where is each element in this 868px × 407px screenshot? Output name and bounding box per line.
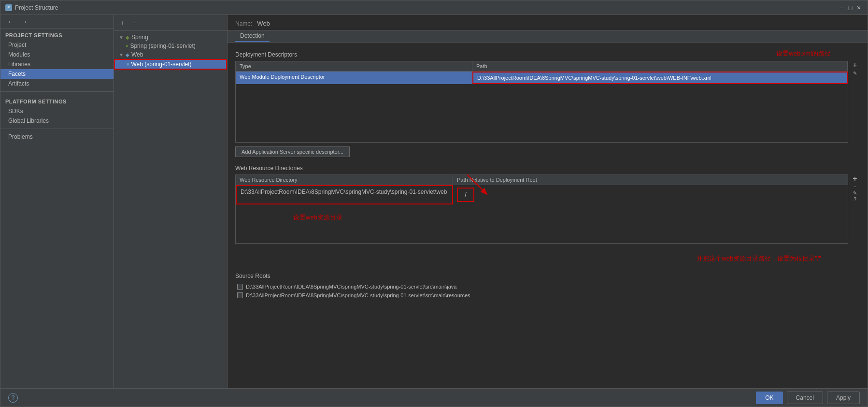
web-resource-edit-button[interactable]: ✎ bbox=[850, 190, 860, 196]
section-source-roots: Source Roots D:\33AllProjectRoom\IDEA\8S… bbox=[235, 273, 860, 300]
help-button[interactable]: ? bbox=[8, 393, 18, 403]
annotation-set-root: 并把这个web资源目录路径，设置为根目录"/" bbox=[697, 254, 821, 263]
back-button[interactable]: ← bbox=[5, 17, 16, 27]
deployment-edit-button[interactable]: ✎ bbox=[850, 71, 860, 76]
sidebar-item-modules[interactable]: Modules bbox=[0, 50, 114, 59]
right-panel: Name: Web Detection 设置web.xml的路径 Deploym… bbox=[228, 15, 868, 388]
slash-value: / bbox=[465, 191, 467, 199]
source-root-java: D:\33AllProjectRoom\IDEA\8SpringMVC\spri… bbox=[235, 282, 860, 291]
sidebar-item-global-libraries[interactable]: Global Libraries bbox=[0, 116, 114, 126]
maximize-button[interactable]: □ bbox=[846, 4, 854, 12]
web-resource-side-buttons: + − ✎ ? bbox=[850, 174, 860, 202]
facets-label: Facets bbox=[8, 71, 26, 77]
modules-label: Modules bbox=[8, 51, 30, 58]
web-resource-label: Web Resource Directories bbox=[235, 165, 860, 172]
source-root-resources: D:\33AllProjectRoom\IDEA\8SpringMVC\spri… bbox=[235, 291, 860, 300]
web-resource-empty-area bbox=[236, 204, 848, 243]
ok-button[interactable]: OK bbox=[756, 392, 783, 404]
project-structure-window: P Project Structure − □ × ← → Project Se… bbox=[0, 0, 868, 407]
source-root-java-checkbox[interactable] bbox=[237, 284, 243, 290]
deployment-table: Type Path Web Module Deployment Descript… bbox=[235, 61, 848, 143]
web-resource-table-wrapper: Web Resource Directory Path Relative to … bbox=[235, 174, 848, 244]
tree-content: ▼ ◆ Spring ● Spring (spring-01-servlet) … bbox=[114, 31, 227, 388]
bottom-right: OK Cancel Apply bbox=[756, 392, 860, 404]
section-deployment: 设置web.xml的路径 Deployment Descriptors Type… bbox=[235, 51, 860, 157]
tab-detection[interactable]: Detection bbox=[235, 30, 270, 42]
source-root-java-path: D:\33AllProjectRoom\IDEA\8SpringMVC\spri… bbox=[246, 284, 456, 290]
section-web-resource: Web Resource Directories Web Resource Di… bbox=[235, 165, 860, 244]
name-value: Web bbox=[257, 20, 270, 27]
web-resource-header: Web Resource Directory Path Relative to … bbox=[236, 175, 848, 185]
web-resource-help-button[interactable]: ? bbox=[850, 197, 860, 202]
deployment-type-cell: Web Module Deployment Descriptor bbox=[236, 72, 472, 84]
sidebar-item-sdks[interactable]: SDKs bbox=[0, 106, 114, 116]
web-resource-dir-header: Web Resource Directory bbox=[236, 175, 453, 185]
annotation-set-web-xml: 设置web.xml的路径 bbox=[776, 49, 831, 58]
left-panel: ← → Project Settings Project Modules Lib… bbox=[0, 15, 114, 388]
source-roots-label: Source Roots bbox=[235, 273, 860, 279]
forward-button[interactable]: → bbox=[19, 17, 29, 27]
tree-add-button[interactable]: + bbox=[118, 18, 128, 28]
sidebar-item-project[interactable]: Project bbox=[0, 40, 114, 50]
add-server-button[interactable]: Add Application Server specific descript… bbox=[235, 146, 350, 157]
problems-label: Problems bbox=[8, 133, 33, 140]
deployment-table-header: Type Path bbox=[236, 61, 848, 72]
tree-web-item[interactable]: ■ Web (spring-01-servlet) bbox=[114, 59, 227, 70]
cancel-button[interactable]: Cancel bbox=[787, 392, 823, 404]
right-header: Name: Web bbox=[228, 15, 868, 30]
sidebar-item-facets[interactable]: Facets bbox=[0, 69, 114, 79]
deployment-table-row: Web Module Deployment Descriptor D:\33Al… bbox=[236, 72, 848, 84]
type-header: Type bbox=[236, 61, 472, 71]
web-resource-remove-button[interactable]: − bbox=[850, 184, 860, 189]
deployment-descriptors-label: Deployment Descriptors bbox=[235, 51, 860, 58]
minimize-button[interactable]: − bbox=[838, 4, 845, 12]
tree-remove-button[interactable]: − bbox=[129, 18, 139, 28]
web-resource-content: Web Resource Directory Path Relative to … bbox=[235, 174, 860, 244]
main-content: ← → Project Settings Project Modules Lib… bbox=[0, 15, 868, 388]
sidebar-item-problems[interactable]: Problems bbox=[0, 132, 114, 142]
slash-value-box: / bbox=[457, 188, 474, 202]
path-header: Path bbox=[472, 61, 848, 71]
bottom-bar: ? OK Cancel Apply bbox=[0, 388, 868, 407]
sidebar-item-libraries[interactable]: Libraries bbox=[0, 59, 114, 69]
tree-spring-group[interactable]: ▼ ◆ Spring bbox=[114, 33, 227, 42]
title-bar-controls: − □ × bbox=[838, 4, 863, 12]
spring-group-label: Spring bbox=[131, 34, 148, 41]
tree-web-group[interactable]: ▼ ◆ Web bbox=[114, 50, 227, 59]
deployment-row-wrapper: Web Module Deployment Descriptor D:\33Al… bbox=[236, 72, 848, 142]
deployment-empty-area bbox=[236, 84, 848, 142]
title-bar-left: P Project Structure bbox=[5, 4, 58, 11]
web-resource-row: D:\33AllProjectRoom\IDEA\8SpringMVC\spri… bbox=[236, 185, 848, 204]
project-label: Project bbox=[8, 42, 26, 48]
global-libraries-label: Global Libraries bbox=[8, 117, 49, 124]
artifacts-label: Artifacts bbox=[8, 80, 29, 87]
spring-item-label: Spring (spring-01-servlet) bbox=[130, 43, 195, 49]
sidebar-item-artifacts[interactable]: Artifacts bbox=[0, 79, 114, 88]
tree-panel: + − ▼ ◆ Spring ● Spring (spring-01-servl… bbox=[114, 15, 228, 388]
deployment-add-button[interactable]: + bbox=[850, 61, 860, 70]
deployment-path-cell: D:\33AllProjectRoom\IDEA\8SpringMVC\spri… bbox=[472, 72, 848, 84]
tree-toolbar: + − bbox=[114, 15, 227, 31]
right-content: 设置web.xml的路径 Deployment Descriptors Type… bbox=[228, 43, 868, 388]
title-bar: P Project Structure − □ × bbox=[0, 0, 868, 15]
bottom-left: ? bbox=[8, 393, 18, 403]
sdks-label: SDKs bbox=[8, 108, 23, 115]
source-root-resources-path: D:\33AllProjectRoom\IDEA\8SpringMVC\spri… bbox=[246, 292, 470, 298]
web-group-label: Web bbox=[131, 51, 143, 58]
web-resource-add-button[interactable]: + bbox=[850, 174, 860, 183]
web-item-label: Web (spring-01-servlet) bbox=[131, 61, 191, 68]
source-root-resources-checkbox[interactable] bbox=[237, 292, 243, 298]
libraries-label: Libraries bbox=[8, 61, 30, 68]
window-title: Project Structure bbox=[15, 4, 58, 11]
deployment-side-buttons: + ✎ bbox=[850, 61, 860, 76]
close-button[interactable]: × bbox=[855, 4, 863, 12]
nav-bar: ← → bbox=[0, 15, 114, 29]
tabs-bar: Detection bbox=[228, 30, 868, 43]
web-resource-rel-header: Path Relative to Deployment Root bbox=[453, 175, 848, 185]
tree-spring-item[interactable]: ● Spring (spring-01-servlet) bbox=[114, 42, 227, 50]
deployment-table-wrapper: Type Path Web Module Deployment Descript… bbox=[235, 61, 848, 143]
platform-settings-label: Platform Settings bbox=[0, 95, 114, 106]
web-resource-rel-cell: / bbox=[453, 185, 848, 204]
web-resource-dir-cell: D:\33AllProjectRoom\IDEA\8SpringMVC\spri… bbox=[236, 185, 453, 204]
apply-button[interactable]: Apply bbox=[827, 392, 860, 404]
